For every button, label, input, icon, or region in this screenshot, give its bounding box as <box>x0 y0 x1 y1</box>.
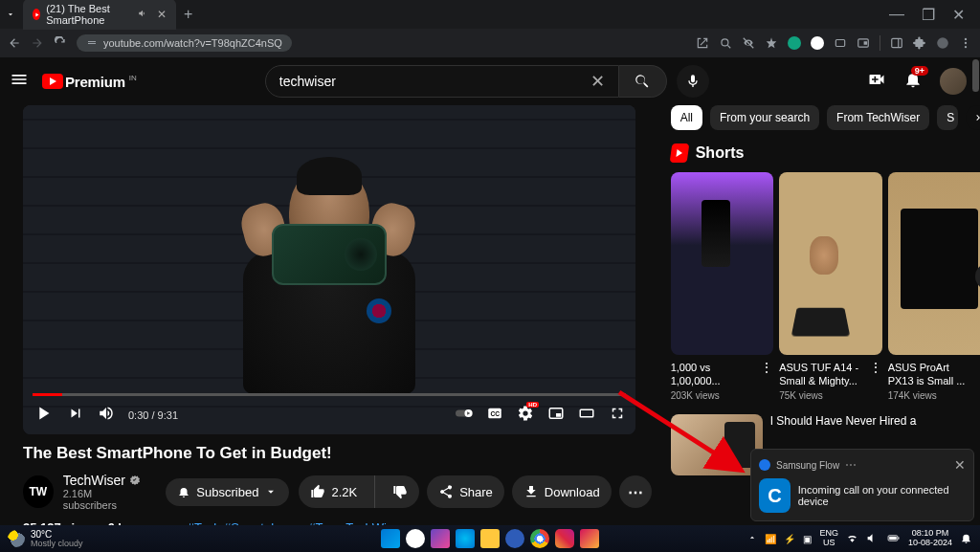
tab-title: (21) The Best SmartPhone <box>46 3 132 26</box>
window-maximize-icon[interactable]: ❐ <box>922 6 935 24</box>
search-input[interactable]: techwiser ✕ <box>265 65 619 98</box>
rec-thumbnail[interactable] <box>671 414 763 475</box>
taskbar-search-button[interactable] <box>406 529 425 548</box>
volume-icon[interactable] <box>866 532 879 546</box>
captions-button[interactable]: CC <box>486 405 503 426</box>
notification-toast[interactable]: Samsung Flow ⋯ ✕ C Incoming call on your… <box>750 449 974 521</box>
file-explorer-button[interactable] <box>480 529 500 548</box>
task-view-button[interactable] <box>431 529 450 548</box>
ext-icon-1[interactable] <box>788 36 801 50</box>
toast-menu-icon[interactable]: ⋯ <box>845 458 857 472</box>
site-info-icon[interactable] <box>86 37 98 49</box>
short-menu-button[interactable]: ⋮ <box>760 361 773 401</box>
chip-from-channel[interactable]: From TechWiser <box>827 105 929 130</box>
screen-rec-button[interactable] <box>580 529 599 548</box>
hamburger-menu-button[interactable] <box>10 70 29 93</box>
channel-avatar[interactable]: TW <box>23 475 54 508</box>
instagram-button[interactable] <box>555 529 574 548</box>
nav-reload-button[interactable] <box>54 36 67 50</box>
notifications-button[interactable]: 9+ <box>903 70 923 93</box>
window-close-icon[interactable]: ✕ <box>952 6 965 24</box>
short-title: ASUS TUF A14 - Small & Mighty... <box>779 361 865 388</box>
create-button[interactable] <box>867 70 886 93</box>
copilot-button[interactable] <box>456 529 475 548</box>
voice-search-button[interactable] <box>677 65 709 98</box>
youtube-logo[interactable]: Premium IN <box>42 74 137 90</box>
tray-app-icon-3[interactable]: ▣ <box>803 534 812 544</box>
chip-partial[interactable]: S <box>937 105 958 130</box>
chip-all[interactable]: All <box>671 105 702 130</box>
next-button[interactable] <box>67 405 84 426</box>
side-panel-icon[interactable] <box>890 36 903 50</box>
notifications-tray-icon[interactable] <box>960 532 972 546</box>
short-thumbnail[interactable] <box>671 172 774 355</box>
svg-rect-14 <box>556 413 561 417</box>
clock[interactable]: 08:10 PM10-08-2024 <box>908 529 952 548</box>
bell-icon <box>177 485 190 498</box>
more-actions-button[interactable]: ⋯ <box>619 475 652 508</box>
ext-icon-2[interactable] <box>811 36 824 50</box>
settings-button[interactable]: HD <box>517 405 534 426</box>
tab-audio-icon[interactable] <box>138 9 147 20</box>
dislike-button[interactable] <box>381 477 419 506</box>
fullscreen-button[interactable] <box>609 405 626 426</box>
short-thumbnail[interactable] <box>888 172 980 355</box>
new-tab-button[interactable]: + <box>184 6 192 23</box>
ext-icon-4[interactable] <box>857 36 870 50</box>
short-menu-button[interactable]: ⋮ <box>869 361 882 401</box>
short-title: ASUS ProArt PX13 is Small ... <box>888 361 974 388</box>
miniplayer-button[interactable] <box>547 405 565 426</box>
download-button[interactable]: Download <box>512 475 612 508</box>
window-minimize-icon[interactable]: — <box>889 6 904 24</box>
tab-close-icon[interactable]: ✕ <box>157 8 167 21</box>
volume-button[interactable] <box>98 405 115 426</box>
extensions-icon[interactable] <box>913 36 926 50</box>
video-player[interactable]: 0:30 / 9:31 CC HD <box>23 105 635 434</box>
tray-app-icon-2[interactable]: ⚡ <box>784 534 795 544</box>
start-button[interactable] <box>381 529 400 548</box>
thunderbird-button[interactable] <box>505 529 524 548</box>
bookmark-icon[interactable] <box>765 36 778 50</box>
subscribe-button[interactable]: Subscribed <box>166 478 289 506</box>
search-clear-icon[interactable]: ✕ <box>590 71 605 92</box>
zoom-icon[interactable] <box>719 36 732 50</box>
search-button[interactable] <box>619 65 667 98</box>
player-controls: 0:30 / 9:31 CC HD <box>23 393 635 434</box>
browser-menu-icon[interactable] <box>959 36 972 50</box>
user-avatar[interactable] <box>940 68 967 95</box>
svg-point-7 <box>965 42 967 44</box>
ext-icon-3[interactable] <box>834 36 847 50</box>
chrome-button[interactable] <box>530 529 549 548</box>
autoplay-toggle[interactable] <box>456 405 473 426</box>
svg-point-0 <box>722 39 728 46</box>
weather-widget[interactable]: 30°CMostly cloudy <box>8 530 83 548</box>
extension-icons <box>696 35 972 51</box>
tab-dropdown-chevron[interactable] <box>6 6 15 23</box>
theater-button[interactable] <box>578 405 595 426</box>
nav-forward-button[interactable] <box>31 36 44 50</box>
progress-bar[interactable] <box>33 393 626 396</box>
short-card[interactable]: ASUS ProArt PX13 is Small ...174K views⋮ <box>888 172 980 401</box>
play-button[interactable] <box>33 403 54 428</box>
short-card[interactable]: 1,000 vs 1,00,000...203K views⋮ <box>671 172 774 401</box>
url-input[interactable]: youtube.com/watch?v=T98qhZC4nSQ <box>77 34 292 52</box>
browser-tab[interactable]: (21) The Best SmartPhone ✕ <box>23 0 176 30</box>
short-thumbnail[interactable] <box>779 172 882 355</box>
nav-back-button[interactable] <box>8 36 21 50</box>
channel-name[interactable]: TechWiser <box>63 473 144 488</box>
eye-off-icon[interactable] <box>742 36 755 50</box>
open-external-icon[interactable] <box>696 36 709 50</box>
short-card[interactable]: ASUS TUF A14 - Small & Mighty...75K view… <box>779 172 882 401</box>
tray-app-icon-1[interactable]: 📶 <box>765 534 776 544</box>
region-label: IN <box>129 74 137 82</box>
profile-icon[interactable] <box>936 36 949 50</box>
video-frame <box>23 105 635 434</box>
chip-from-search[interactable]: From your search <box>710 105 819 130</box>
language-indicator[interactable]: ENGUS <box>819 529 838 548</box>
like-button[interactable]: 2.2K <box>299 477 368 506</box>
battery-icon[interactable] <box>886 532 901 546</box>
share-button[interactable]: Share <box>427 475 504 508</box>
toast-close-button[interactable]: ✕ <box>954 457 966 473</box>
wifi-icon[interactable] <box>846 532 858 546</box>
tray-chevron-icon[interactable] <box>747 533 757 544</box>
